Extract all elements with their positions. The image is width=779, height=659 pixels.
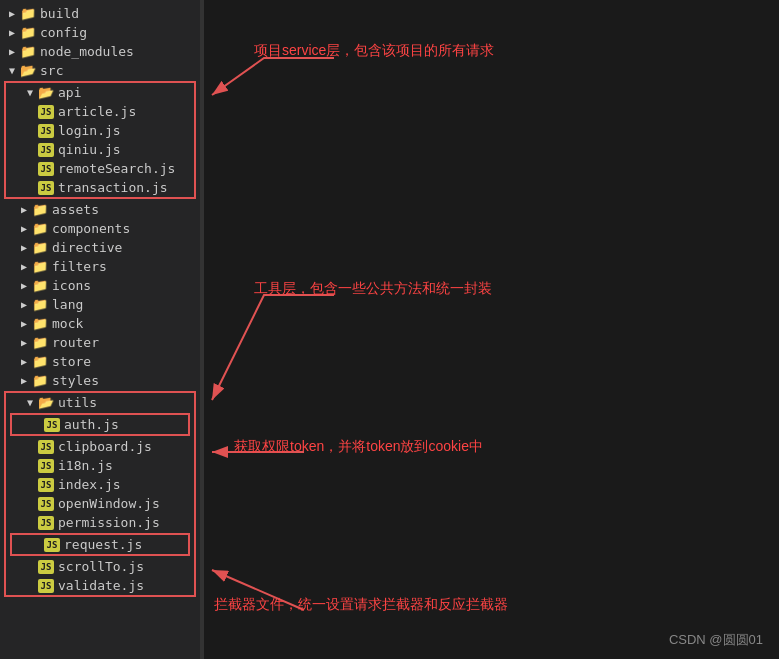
tree-item-assets[interactable]: ▶ 📁 assets [0,200,200,219]
folder-icon: 📁 [20,44,36,59]
file-label-i18n: i18n.js [58,458,113,473]
file-label-request: request.js [64,537,142,552]
tree-item-login-js[interactable]: JS login.js [6,121,194,140]
file-label-index: index.js [58,477,121,492]
tree-item-api[interactable]: ▼ 📂 api [6,83,194,102]
tree-item-components[interactable]: ▶ 📁 components [0,219,200,238]
file-label-qiniu: qiniu.js [58,142,121,157]
folder-icon: 📁 [32,278,48,293]
tree-item-permission-js[interactable]: JS permission.js [6,513,194,532]
chevron-right-icon: ▶ [16,299,32,310]
file-label-openwindow: openWindow.js [58,496,160,511]
folder-icon: 📁 [32,221,48,236]
js-file-icon: JS [38,560,54,574]
request-annotation-text: 拦截器文件，统一设置请求拦截器和反应拦截器 [214,596,508,612]
folder-icon: 📁 [32,297,48,312]
tree-item-store[interactable]: ▶ 📁 store [0,352,200,371]
file-label-remotesearch: remoteSearch.js [58,161,175,176]
folder-label-components: components [52,221,130,236]
api-group: ▼ 📂 api JS article.js JS login.js JS qin… [4,81,196,199]
tree-item-filters[interactable]: ▶ 📁 filters [0,257,200,276]
folder-icon: 📁 [20,6,36,21]
folder-label-filters: filters [52,259,107,274]
tree-item-auth-js[interactable]: JS auth.js [12,415,188,434]
chevron-down-icon: ▼ [22,87,38,98]
auth-annotation-text: 获取权限token，并将token放到cookie中 [234,438,483,454]
folder-open-icon: 📂 [38,395,54,410]
chevron-right-icon: ▶ [16,318,32,329]
file-label-scrollto: scrollTo.js [58,559,144,574]
tree-item-mock[interactable]: ▶ 📁 mock [0,314,200,333]
folder-label-build: build [40,6,79,21]
chevron-right-icon: ▶ [16,261,32,272]
folder-label-router: router [52,335,99,350]
js-file-icon: JS [44,418,60,432]
tree-item-openwindow-js[interactable]: JS openWindow.js [6,494,194,513]
tree-item-directive[interactable]: ▶ 📁 directive [0,238,200,257]
tree-item-request-js[interactable]: JS request.js [12,535,188,554]
annotation-area: 项目service层，包含该项目的所有请求 工具层，包含一些公共方法和统一封装 … [204,0,779,659]
file-label-validate: validate.js [58,578,144,593]
tree-item-transaction-js[interactable]: JS transaction.js [6,178,194,197]
folder-open-icon: 📂 [20,63,36,78]
chevron-right-icon: ▶ [4,8,20,19]
service-annotation: 项目service层，包含该项目的所有请求 [254,42,494,60]
file-label-auth: auth.js [64,417,119,432]
js-file-icon: JS [38,459,54,473]
folder-label-directive: directive [52,240,122,255]
tree-item-router[interactable]: ▶ 📁 router [0,333,200,352]
folder-label-node-modules: node_modules [40,44,134,59]
js-file-icon: JS [38,579,54,593]
request-highlight-box: JS request.js [10,533,190,556]
tree-item-utils[interactable]: ▼ 📂 utils [6,393,194,412]
file-label-permission: permission.js [58,515,160,530]
chevron-down-icon: ▼ [4,65,20,76]
tree-item-article-js[interactable]: JS article.js [6,102,194,121]
folder-icon: 📁 [32,354,48,369]
arrows-svg [204,0,779,659]
tree-item-styles[interactable]: ▶ 📁 styles [0,371,200,390]
folder-label-assets: assets [52,202,99,217]
folder-icon: 📁 [32,335,48,350]
file-label-transaction: transaction.js [58,180,168,195]
tree-item-index-js[interactable]: JS index.js [6,475,194,494]
tree-item-src[interactable]: ▼ 📂 src [0,61,200,80]
tree-item-clipboard-js[interactable]: JS clipboard.js [6,437,194,456]
tree-item-config[interactable]: ▶ 📁 config [0,23,200,42]
chevron-right-icon: ▶ [16,375,32,386]
utils-group: ▼ 📂 utils JS auth.js JS clipboard.js JS … [4,391,196,597]
js-file-icon: JS [38,181,54,195]
tree-item-icons[interactable]: ▶ 📁 icons [0,276,200,295]
tree-item-validate-js[interactable]: JS validate.js [6,576,194,595]
auth-highlight-box: JS auth.js [10,413,190,436]
js-file-icon: JS [38,124,54,138]
auth-annotation: 获取权限token，并将token放到cookie中 [234,438,483,456]
chevron-right-icon: ▶ [16,204,32,215]
folder-icon: 📁 [32,373,48,388]
folder-icon: 📁 [20,25,36,40]
tree-item-remotesearch-js[interactable]: JS remoteSearch.js [6,159,194,178]
folder-label-lang: lang [52,297,83,312]
file-tree-sidebar[interactable]: ▶ 📁 build ▶ 📁 config ▶ 📁 node_modules ▼ … [0,0,200,659]
folder-label-config: config [40,25,87,40]
tree-item-i18n-js[interactable]: JS i18n.js [6,456,194,475]
file-label-clipboard: clipboard.js [58,439,152,454]
chevron-right-icon: ▶ [16,356,32,367]
chevron-down-icon: ▼ [22,397,38,408]
folder-label-mock: mock [52,316,83,331]
tree-item-scrollto-js[interactable]: JS scrollTo.js [6,557,194,576]
folder-label-api: api [58,85,81,100]
tree-item-lang[interactable]: ▶ 📁 lang [0,295,200,314]
tree-item-node-modules[interactable]: ▶ 📁 node_modules [0,42,200,61]
chevron-right-icon: ▶ [16,280,32,291]
tree-item-qiniu-js[interactable]: JS qiniu.js [6,140,194,159]
utils-annotation-text: 工具层，包含一些公共方法和统一封装 [254,280,492,296]
js-file-icon: JS [38,478,54,492]
chevron-right-icon: ▶ [16,242,32,253]
folder-label-styles: styles [52,373,99,388]
folder-icon: 📁 [32,202,48,217]
chevron-right-icon: ▶ [4,27,20,38]
chevron-right-icon: ▶ [4,46,20,57]
utils-annotation: 工具层，包含一些公共方法和统一封装 [254,280,492,298]
tree-item-build[interactable]: ▶ 📁 build [0,4,200,23]
